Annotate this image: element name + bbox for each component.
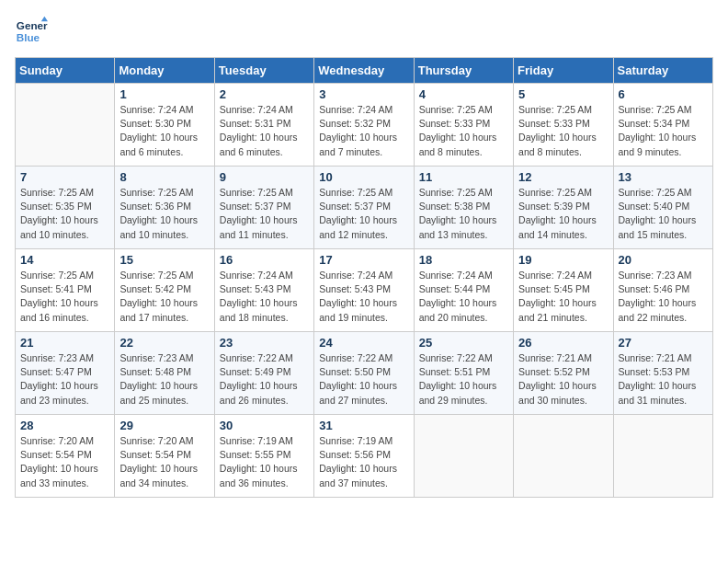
calendar-cell: 23Sunrise: 7:22 AM Sunset: 5:49 PM Dayli… xyxy=(214,332,313,415)
calendar-cell: 27Sunrise: 7:21 AM Sunset: 5:53 PM Dayli… xyxy=(613,332,712,415)
day-info: Sunrise: 7:23 AM Sunset: 5:48 PM Dayligh… xyxy=(119,351,209,408)
day-info: Sunrise: 7:25 AM Sunset: 5:33 PM Dayligh… xyxy=(518,103,608,159)
calendar-cell xyxy=(414,415,513,498)
calendar-table: SundayMondayTuesdayWednesdayThursdayFrid… xyxy=(15,57,713,498)
calendar-cell: 9Sunrise: 7:25 AM Sunset: 5:37 PM Daylig… xyxy=(214,167,313,249)
calendar-cell: 18Sunrise: 7:24 AM Sunset: 5:44 PM Dayli… xyxy=(414,249,513,332)
day-number: 12 xyxy=(518,170,608,184)
calendar-cell: 16Sunrise: 7:24 AM Sunset: 5:43 PM Dayli… xyxy=(214,249,313,332)
day-number: 2 xyxy=(220,87,309,101)
calendar-cell: 3Sunrise: 7:24 AM Sunset: 5:32 PM Daylig… xyxy=(314,84,414,167)
calendar-cell: 1Sunrise: 7:24 AM Sunset: 5:30 PM Daylig… xyxy=(115,84,214,167)
day-number: 25 xyxy=(419,336,508,350)
calendar-cell: 31Sunrise: 7:19 AM Sunset: 5:56 PM Dayli… xyxy=(314,415,414,498)
day-info: Sunrise: 7:25 AM Sunset: 5:39 PM Dayligh… xyxy=(518,186,608,242)
day-info: Sunrise: 7:20 AM Sunset: 5:54 PM Dayligh… xyxy=(119,434,209,490)
day-info: Sunrise: 7:24 AM Sunset: 5:43 PM Dayligh… xyxy=(319,269,408,325)
day-number: 5 xyxy=(518,87,608,101)
calendar-cell: 11Sunrise: 7:25 AM Sunset: 5:38 PM Dayli… xyxy=(414,167,513,249)
calendar-cell: 26Sunrise: 7:21 AM Sunset: 5:52 PM Dayli… xyxy=(514,332,613,415)
day-number: 27 xyxy=(619,336,708,350)
day-number: 18 xyxy=(419,253,508,267)
calendar-cell: 8Sunrise: 7:25 AM Sunset: 5:36 PM Daylig… xyxy=(115,167,214,249)
calendar-cell: 2Sunrise: 7:24 AM Sunset: 5:31 PM Daylig… xyxy=(214,84,313,167)
calendar-cell: 13Sunrise: 7:25 AM Sunset: 5:40 PM Dayli… xyxy=(613,167,712,249)
day-info: Sunrise: 7:22 AM Sunset: 5:49 PM Dayligh… xyxy=(220,351,309,408)
day-info: Sunrise: 7:21 AM Sunset: 5:53 PM Dayligh… xyxy=(619,351,708,408)
calendar-cell: 30Sunrise: 7:19 AM Sunset: 5:55 PM Dayli… xyxy=(214,415,313,498)
day-number: 3 xyxy=(319,87,408,101)
calendar-cell xyxy=(514,415,613,498)
day-info: Sunrise: 7:22 AM Sunset: 5:50 PM Dayligh… xyxy=(319,351,408,408)
day-number: 23 xyxy=(220,336,309,350)
day-info: Sunrise: 7:25 AM Sunset: 5:36 PM Dayligh… xyxy=(119,186,209,242)
day-number: 1 xyxy=(119,87,209,101)
day-info: Sunrise: 7:24 AM Sunset: 5:31 PM Dayligh… xyxy=(220,103,309,159)
calendar-cell: 12Sunrise: 7:25 AM Sunset: 5:39 PM Dayli… xyxy=(514,167,613,249)
day-info: Sunrise: 7:24 AM Sunset: 5:32 PM Dayligh… xyxy=(319,103,408,159)
day-number: 30 xyxy=(220,419,309,432)
day-info: Sunrise: 7:24 AM Sunset: 5:30 PM Dayligh… xyxy=(119,103,209,159)
day-number: 4 xyxy=(419,87,508,101)
day-number: 15 xyxy=(119,253,209,267)
day-number: 13 xyxy=(619,170,708,184)
day-number: 28 xyxy=(20,419,109,432)
logo: General Blue xyxy=(15,15,48,48)
day-info: Sunrise: 7:25 AM Sunset: 5:37 PM Dayligh… xyxy=(319,186,408,242)
day-number: 29 xyxy=(119,419,209,432)
day-number: 9 xyxy=(220,170,309,184)
day-info: Sunrise: 7:25 AM Sunset: 5:42 PM Dayligh… xyxy=(119,269,209,325)
day-info: Sunrise: 7:24 AM Sunset: 5:43 PM Dayligh… xyxy=(220,269,309,325)
calendar-cell: 25Sunrise: 7:22 AM Sunset: 5:51 PM Dayli… xyxy=(414,332,513,415)
calendar-cell: 6Sunrise: 7:25 AM Sunset: 5:34 PM Daylig… xyxy=(613,84,712,167)
calendar-cell: 29Sunrise: 7:20 AM Sunset: 5:54 PM Dayli… xyxy=(115,415,214,498)
day-number: 11 xyxy=(419,170,508,184)
day-info: Sunrise: 7:25 AM Sunset: 5:41 PM Dayligh… xyxy=(20,269,109,325)
day-number: 24 xyxy=(319,336,408,350)
calendar-cell: 17Sunrise: 7:24 AM Sunset: 5:43 PM Dayli… xyxy=(314,249,414,332)
day-number: 22 xyxy=(119,336,209,350)
col-header-tuesday: Tuesday xyxy=(214,58,313,84)
day-number: 14 xyxy=(20,253,109,267)
day-info: Sunrise: 7:22 AM Sunset: 5:51 PM Dayligh… xyxy=(419,351,508,408)
day-number: 6 xyxy=(619,87,708,101)
calendar-cell: 21Sunrise: 7:23 AM Sunset: 5:47 PM Dayli… xyxy=(16,332,115,415)
svg-text:Blue: Blue xyxy=(17,31,40,43)
day-number: 19 xyxy=(518,253,608,267)
day-info: Sunrise: 7:19 AM Sunset: 5:55 PM Dayligh… xyxy=(220,434,309,490)
day-info: Sunrise: 7:25 AM Sunset: 5:37 PM Dayligh… xyxy=(220,186,309,242)
day-info: Sunrise: 7:24 AM Sunset: 5:44 PM Dayligh… xyxy=(419,269,508,325)
day-info: Sunrise: 7:20 AM Sunset: 5:54 PM Dayligh… xyxy=(20,434,109,490)
day-number: 31 xyxy=(319,419,408,432)
col-header-sunday: Sunday xyxy=(16,58,115,84)
day-info: Sunrise: 7:23 AM Sunset: 5:46 PM Dayligh… xyxy=(619,269,708,325)
col-header-friday: Friday xyxy=(514,58,613,84)
day-number: 10 xyxy=(319,170,408,184)
col-header-monday: Monday xyxy=(115,58,214,84)
day-info: Sunrise: 7:25 AM Sunset: 5:34 PM Dayligh… xyxy=(619,103,708,159)
col-header-thursday: Thursday xyxy=(414,58,513,84)
calendar-cell: 28Sunrise: 7:20 AM Sunset: 5:54 PM Dayli… xyxy=(16,415,115,498)
calendar-cell: 20Sunrise: 7:23 AM Sunset: 5:46 PM Dayli… xyxy=(613,249,712,332)
day-info: Sunrise: 7:21 AM Sunset: 5:52 PM Dayligh… xyxy=(518,351,608,408)
calendar-cell: 7Sunrise: 7:25 AM Sunset: 5:35 PM Daylig… xyxy=(16,167,115,249)
calendar-cell: 4Sunrise: 7:25 AM Sunset: 5:33 PM Daylig… xyxy=(414,84,513,167)
day-info: Sunrise: 7:19 AM Sunset: 5:56 PM Dayligh… xyxy=(319,434,408,490)
day-info: Sunrise: 7:25 AM Sunset: 5:40 PM Dayligh… xyxy=(619,186,708,242)
day-number: 21 xyxy=(20,336,109,350)
col-header-saturday: Saturday xyxy=(613,58,712,84)
col-header-wednesday: Wednesday xyxy=(314,58,414,84)
calendar-cell: 22Sunrise: 7:23 AM Sunset: 5:48 PM Dayli… xyxy=(115,332,214,415)
day-number: 8 xyxy=(119,170,209,184)
calendar-cell xyxy=(613,415,712,498)
calendar-cell xyxy=(16,84,115,167)
day-info: Sunrise: 7:24 AM Sunset: 5:45 PM Dayligh… xyxy=(518,269,608,325)
day-number: 20 xyxy=(619,253,708,267)
day-info: Sunrise: 7:25 AM Sunset: 5:38 PM Dayligh… xyxy=(419,186,508,242)
day-number: 26 xyxy=(518,336,608,350)
calendar-cell: 24Sunrise: 7:22 AM Sunset: 5:50 PM Dayli… xyxy=(314,332,414,415)
page-header: General Blue xyxy=(15,15,713,48)
day-info: Sunrise: 7:25 AM Sunset: 5:35 PM Dayligh… xyxy=(20,186,109,242)
calendar-cell: 14Sunrise: 7:25 AM Sunset: 5:41 PM Dayli… xyxy=(16,249,115,332)
calendar-cell: 19Sunrise: 7:24 AM Sunset: 5:45 PM Dayli… xyxy=(514,249,613,332)
